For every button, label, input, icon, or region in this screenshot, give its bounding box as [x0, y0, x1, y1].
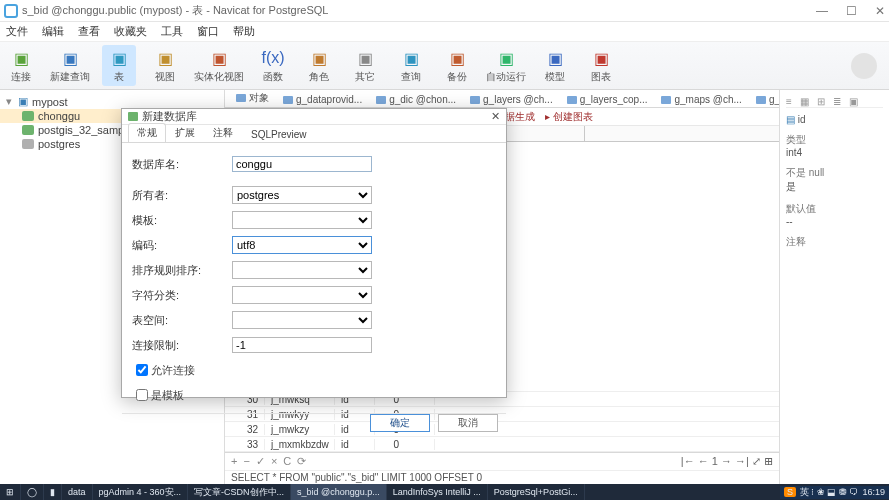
- taskbar-item[interactable]: ◯: [21, 484, 44, 500]
- db-name-label: 数据库名:: [132, 157, 232, 172]
- dlg-tab-常规[interactable]: 常规: [128, 123, 166, 142]
- menu-查看[interactable]: 查看: [78, 24, 100, 39]
- taskbar-item[interactable]: 写文章-CSDN创作中...: [188, 484, 291, 500]
- gridfoot-btn[interactable]: ⟳: [297, 455, 306, 468]
- owner-select[interactable]: postgres: [232, 186, 372, 204]
- menu-帮助[interactable]: 帮助: [233, 24, 255, 39]
- gridfoot-btn[interactable]: +: [231, 455, 237, 468]
- menu-编辑[interactable]: 编辑: [42, 24, 64, 39]
- allow-connect-checkbox[interactable]: [136, 364, 148, 376]
- tool-图表[interactable]: ▣图表: [584, 47, 618, 84]
- connlimit-input[interactable]: [232, 337, 372, 353]
- tree-root[interactable]: ▾ ▣ mypost: [0, 94, 224, 109]
- taskbar-item[interactable]: s_bid @chonggu.p...: [291, 484, 387, 500]
- type-label: 类型: [786, 133, 883, 147]
- gridfoot-btn[interactable]: C: [283, 455, 291, 468]
- tab-g_layers @ch...[interactable]: g_layers @ch...: [463, 91, 560, 107]
- encoding-select[interactable]: utf8: [232, 236, 372, 254]
- tool-备份[interactable]: ▣备份: [440, 47, 474, 84]
- is-template-checkbox[interactable]: [136, 389, 148, 401]
- tool-实体化视图[interactable]: ▣实体化视图: [194, 47, 244, 84]
- avatar[interactable]: [851, 53, 877, 79]
- collation-label: 排序规则排序:: [132, 263, 232, 278]
- tool-查询[interactable]: ▣查询: [394, 47, 428, 84]
- table-row[interactable]: 33j_mxmkbzdwid0: [225, 437, 779, 452]
- dialog-title: 新建数据库: [142, 109, 197, 124]
- taskbar-item[interactable]: ⊞: [0, 484, 21, 500]
- close-button[interactable]: ✕: [875, 4, 885, 18]
- maximize-button[interactable]: ☐: [846, 4, 857, 18]
- tool-新建查询[interactable]: ▣新建查询: [50, 47, 90, 84]
- view-mode-icon[interactable]: ⊞: [817, 96, 825, 107]
- null-label: 不是 null: [786, 166, 883, 180]
- ctype-select[interactable]: [232, 286, 372, 304]
- table-icon: [661, 96, 671, 104]
- app-icon: [4, 4, 18, 18]
- menubar: 文件编辑查看收藏夹工具窗口帮助: [0, 22, 889, 42]
- menu-工具[interactable]: 工具: [161, 24, 183, 39]
- dialog-close-icon[interactable]: ✕: [491, 110, 500, 123]
- tool-连接[interactable]: ▣连接: [4, 47, 38, 84]
- tool-自动运行[interactable]: ▣自动运行: [486, 47, 526, 84]
- ctype-label: 字符分类:: [132, 288, 232, 303]
- tablespace-select[interactable]: [232, 311, 372, 329]
- tool-角色[interactable]: ▣角色: [302, 47, 336, 84]
- main-toolbar: ▣连接▣新建查询▣表▣视图▣实体化视图f(x)函数▣角色▣其它▣查询▣备份▣自动…: [0, 42, 889, 90]
- titlebar: s_bid @chonggu.public (mypost) - 表 - Nav…: [0, 0, 889, 22]
- menu-窗口[interactable]: 窗口: [197, 24, 219, 39]
- view-mode-icon[interactable]: ≡: [786, 96, 792, 107]
- pager[interactable]: |← ← 1 → →| ⤢ ⊞: [681, 455, 773, 468]
- gridtool-创建图表[interactable]: ▸ 创建图表: [545, 110, 593, 124]
- default-value: --: [786, 216, 883, 227]
- dlg-tab-注释[interactable]: 注释: [204, 123, 242, 142]
- systray[interactable]: 英 ⁝ ❀ ⬓ ⛃ 🗨: [800, 486, 859, 499]
- table-icon: [376, 96, 386, 104]
- collapse-icon[interactable]: ▾: [4, 95, 14, 108]
- ime-icon[interactable]: S: [784, 487, 796, 497]
- collation-select[interactable]: [232, 261, 372, 279]
- tab-g_dataprovid...[interactable]: g_dataprovid...: [276, 91, 369, 107]
- dlg-tab-SQLPreview[interactable]: SQLPreview: [242, 126, 316, 142]
- default-label: 默认值: [786, 202, 883, 216]
- editor-tabs: 对象g_dataprovid...g_dic @chon...g_layers …: [225, 90, 779, 108]
- tab-g_dic @chon...[interactable]: g_dic @chon...: [369, 91, 463, 107]
- tab-g_layers_cop...[interactable]: g_layers_cop...: [560, 91, 655, 107]
- database-icon: [128, 112, 138, 121]
- tool-其它[interactable]: ▣其它: [348, 47, 382, 84]
- menu-文件[interactable]: 文件: [6, 24, 28, 39]
- new-database-dialog: 新建数据库 ✕ 常规扩展注释SQLPreview 数据库名: 所有者:postg…: [121, 108, 507, 398]
- field-name: id: [798, 114, 806, 125]
- view-mode-icon[interactable]: ≣: [833, 96, 841, 107]
- taskbar-item[interactable]: pgAdmin 4 - 360安...: [93, 484, 189, 500]
- tool-函数[interactable]: f(x)函数: [256, 47, 290, 84]
- tool-模型[interactable]: ▣模型: [538, 47, 572, 84]
- type-value: int4: [786, 147, 883, 158]
- gridfoot-btn[interactable]: −: [243, 455, 249, 468]
- minimize-button[interactable]: —: [816, 4, 828, 18]
- encoding-label: 编码:: [132, 238, 232, 253]
- ok-button[interactable]: 确定: [370, 414, 430, 432]
- template-select[interactable]: [232, 211, 372, 229]
- comment-label: 注释: [786, 235, 883, 249]
- view-mode-icon[interactable]: ▣: [849, 96, 858, 107]
- table-icon: [236, 94, 246, 102]
- menu-收藏夹[interactable]: 收藏夹: [114, 24, 147, 39]
- tool-视图[interactable]: ▣视图: [148, 47, 182, 84]
- tab-g_poi @chon...[interactable]: g_poi @chon...: [749, 91, 779, 107]
- dlg-tab-扩展[interactable]: 扩展: [166, 123, 204, 142]
- gridfoot-btn[interactable]: ×: [271, 455, 277, 468]
- view-mode-icon[interactable]: ▦: [800, 96, 809, 107]
- tab-g_maps @ch...[interactable]: g_maps @ch...: [654, 91, 748, 107]
- gridfoot-btn[interactable]: ✓: [256, 455, 265, 468]
- cancel-button[interactable]: 取消: [438, 414, 498, 432]
- tab-对象[interactable]: 对象: [229, 90, 276, 107]
- db-name-input[interactable]: [232, 156, 372, 172]
- taskbar-item[interactable]: data: [62, 484, 93, 500]
- taskbar-item[interactable]: LandInfoSys IntelliJ ...: [387, 484, 488, 500]
- grid-footer: +−✓×C⟳ |← ← 1 → →| ⤢ ⊞: [225, 452, 779, 470]
- taskbar-item[interactable]: PostgreSql+PostGi...: [488, 484, 585, 500]
- taskbar-item[interactable]: ▮: [44, 484, 62, 500]
- tool-表[interactable]: ▣表: [102, 45, 136, 86]
- table-icon: [567, 96, 577, 104]
- table-icon: [470, 96, 480, 104]
